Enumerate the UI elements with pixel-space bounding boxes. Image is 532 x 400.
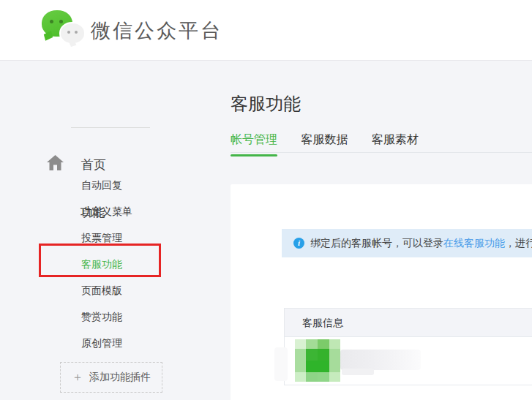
add-plugin-button[interactable]: ＋ 添加功能插件 <box>60 362 162 393</box>
home-icon <box>47 155 64 175</box>
bubble-eye-icon <box>50 20 53 23</box>
sidebar-item-auto-reply[interactable]: 自动回复 <box>81 178 122 192</box>
banner-text-after: ，进行 <box>505 237 532 250</box>
sidebar-item-original-management[interactable]: 原创管理 <box>81 336 122 350</box>
plus-icon: ＋ <box>72 370 83 385</box>
sidebar-item-custom-menu[interactable]: 自定义菜单 <box>81 205 132 218</box>
redacted-text <box>340 350 421 370</box>
tab-label: 帐号管理 <box>231 133 277 146</box>
tab-bar: 帐号管理 客服数据 客服素材 <box>231 132 532 153</box>
main-content: 客服功能 帐号管理 客服数据 客服素材 i 绑定后的客服帐号，可以登录在线客服功… <box>231 61 532 400</box>
sidebar-item-label: 首页 <box>81 156 106 173</box>
sidebar: 首页 功能 自动回复 自定义菜单 投票管理 客服功能 页面模版 赞赏功能 原创管… <box>0 61 220 400</box>
redaction-blob <box>274 347 288 381</box>
bubble-eye-icon <box>75 31 78 34</box>
grid-icon <box>45 204 62 221</box>
table-header: 客服信息 <box>285 309 532 337</box>
customer-info-table: 客服信息 <box>284 308 532 385</box>
add-plugin-label: 添加功能插件 <box>89 371 151 384</box>
wechat-small-bubble-icon <box>61 23 84 43</box>
redacted-avatar <box>295 339 340 382</box>
online-service-link[interactable]: 在线客服功能 <box>443 237 505 250</box>
tab-label: 客服素材 <box>372 133 419 146</box>
page-title: 客服功能 <box>231 92 301 116</box>
bubble-eye-icon <box>59 20 63 23</box>
active-tab-underline <box>231 154 277 156</box>
sidebar-item-customer-service[interactable]: 客服功能 <box>81 257 122 271</box>
sidebar-item-appreciation[interactable]: 赞赏功能 <box>81 310 122 323</box>
content-card: i 绑定后的客服帐号，可以登录在线客服功能，进行 客服信息 <box>231 184 532 400</box>
app-header: 微信公众平台 <box>0 0 532 61</box>
tab-account-management[interactable]: 帐号管理 <box>231 132 277 148</box>
info-banner: i 绑定后的客服帐号，可以登录在线客服功能，进行 <box>282 229 532 257</box>
info-icon: i <box>293 238 304 249</box>
tab-label: 客服数据 <box>301 133 348 146</box>
sidebar-item-vote-management[interactable]: 投票管理 <box>81 231 122 244</box>
banner-text-before: 绑定后的客服帐号，可以登录 <box>310 237 443 250</box>
table-row <box>285 337 532 385</box>
sidebar-divider <box>71 127 150 128</box>
sidebar-item-home[interactable]: 首页 <box>47 155 106 175</box>
wechat-logo <box>42 9 87 51</box>
bubble-eye-icon <box>67 31 70 34</box>
tab-service-material[interactable]: 客服素材 <box>372 132 419 148</box>
sidebar-item-page-template[interactable]: 页面模版 <box>81 284 122 297</box>
tab-service-data[interactable]: 客服数据 <box>301 132 348 148</box>
app-title: 微信公众平台 <box>91 18 222 44</box>
